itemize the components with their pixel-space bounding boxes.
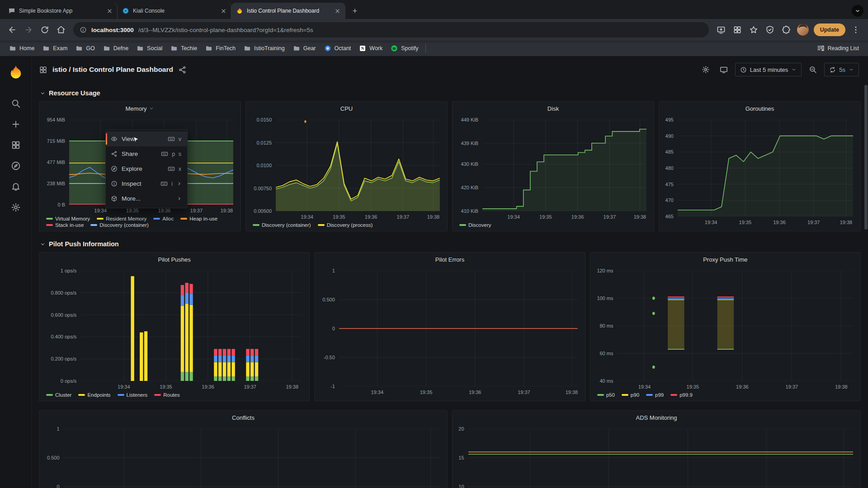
zoom-out-time-icon[interactable] (806, 63, 820, 76)
panel-title-proxy-push-time[interactable]: Proxy Push Time (590, 253, 860, 266)
forward-button[interactable] (21, 22, 36, 38)
site-info-icon[interactable] (80, 26, 87, 33)
cpu-chart[interactable]: 0.01500.01250.01000.007500.0050019:3419:… (250, 116, 443, 221)
context-menu-item-explore[interactable]: Explorex (106, 161, 187, 176)
pilot-errors-chart[interactable]: 10.5000-0.50-119:3419:3519:3619:3719:38 (318, 267, 581, 396)
address-bar[interactable]: localhost:3000/d/3--MLVZZk/istio-control… (73, 22, 709, 38)
conflicts-chart[interactable]: 10.5000-0.50-119:3419:3519:3619:3719:38 (43, 425, 443, 488)
section-pilot-push-information[interactable]: Pilot Push Information (40, 240, 861, 248)
pilot-pushes-chart[interactable]: 1 ops/s0.800 ops/s0.600 ops/s0.400 ops/s… (43, 267, 306, 391)
context-menu-item-more[interactable]: More... (106, 191, 187, 206)
bookmark-octant[interactable]: Octant (321, 43, 355, 54)
dashboard-title[interactable]: istio / Istio Control Plane Dashboard (52, 66, 173, 74)
profile-avatar[interactable] (797, 23, 809, 36)
goroutines-chart[interactable]: 49549048548047547046519:3419:3519:3619:3… (663, 116, 857, 226)
legend-item[interactable]: p90 (622, 392, 639, 398)
y-axis-label: 0.500 (322, 297, 335, 302)
legend-item[interactable]: Discovery (process) (318, 222, 373, 228)
sidebar-explore-icon[interactable] (5, 155, 26, 176)
legend-item[interactable]: Discovery (459, 222, 491, 228)
browser-update-button[interactable]: Update (814, 23, 845, 36)
legend-item[interactable]: Routes (154, 392, 179, 398)
bookmark-gear[interactable]: Gear (289, 43, 320, 54)
y-axis-label: 10 (458, 484, 464, 488)
legend-item[interactable]: Heap in-use (180, 216, 217, 221)
tab-search-button[interactable] (852, 5, 863, 17)
sidebar-configuration-icon[interactable] (5, 197, 26, 218)
x-axis-label: 19:34 (94, 208, 107, 213)
legend-item[interactable]: Discovery (container) (90, 222, 149, 228)
reload-button[interactable] (37, 22, 52, 38)
back-button[interactable] (5, 22, 20, 38)
legend-item[interactable]: Alloc (153, 216, 174, 221)
panel-title-text: Memory (126, 105, 147, 112)
panel-title-ads-monitoring[interactable]: ADS Monitoring (453, 411, 860, 424)
disk-chart[interactable]: 449 KiB439 KiB430 KiB420 KiB410 KiB19:34… (456, 116, 650, 221)
dashboard-grid-icon[interactable] (39, 66, 47, 74)
panel-title-disk[interactable]: Disk (453, 102, 654, 115)
bookmark-defne[interactable]: Defne (99, 43, 132, 54)
extensions-puzzle-icon[interactable] (778, 22, 794, 38)
bookmark-techie[interactable]: Techie (167, 43, 201, 54)
context-menu-item-inspect[interactable]: Inspecti (106, 176, 187, 191)
cast-icon[interactable] (713, 22, 729, 38)
bookmark-go[interactable]: GO (72, 43, 98, 54)
legend-item[interactable]: Discovery (container) (253, 222, 311, 228)
sidebar-search-icon[interactable] (5, 93, 26, 114)
browser-menu-icon[interactable] (848, 22, 863, 38)
close-tab-icon[interactable] (220, 8, 227, 14)
cycle-view-mode-icon[interactable] (717, 63, 731, 76)
context-menu-item-share[interactable]: Sharep s (106, 146, 187, 161)
section-resource-usage[interactable]: Resource Usage (40, 89, 861, 97)
panel-title-pilot-pushes[interactable]: Pilot Pushes (39, 253, 309, 266)
panel-title-conflicts[interactable]: Conflicts (39, 411, 447, 424)
tab-istio-dashboard[interactable]: Istio Control Plane Dashboard (231, 3, 345, 19)
home-button[interactable] (53, 22, 69, 38)
legend-item[interactable]: Stack in-use (46, 222, 84, 228)
x-axis-label: 19:35 (333, 214, 345, 220)
tab-simple-bookstore-app[interactable]: Simple Bookstore App (4, 3, 118, 19)
reading-list-button[interactable]: Reading List (813, 42, 863, 54)
legend-item[interactable]: Resident Memory (97, 216, 146, 221)
share-dashboard-icon[interactable] (178, 66, 187, 74)
bookmark-fintech[interactable]: FinTech (202, 43, 239, 54)
scrollbar[interactable] (864, 85, 868, 486)
bookmark-work[interactable]: NWork (355, 43, 386, 54)
tab-kiali-console[interactable]: Kiali Console (118, 3, 231, 19)
apps-grid-icon[interactable] (730, 22, 745, 38)
shield-icon[interactable] (762, 22, 778, 38)
sidebar-alerting-icon[interactable] (5, 176, 26, 197)
bookmark-star-icon[interactable] (746, 22, 761, 38)
panel-title-pilot-errors[interactable]: Pilot Errors (315, 253, 585, 266)
legend-item[interactable]: Cluster (46, 392, 71, 398)
legend-item[interactable]: p50 (597, 392, 615, 398)
scrollbar-thumb[interactable] (864, 85, 868, 230)
legend-item[interactable]: Virtual Memory (46, 216, 90, 221)
context-menu-item-view[interactable]: Viewv (106, 131, 187, 146)
panel-title-goroutines[interactable]: Goroutines (659, 102, 860, 115)
legend-item[interactable]: p99.9 (670, 392, 693, 398)
bookmark-home[interactable]: Home (5, 43, 38, 54)
ads-monitoring-chart[interactable]: 2015105019:3419:3519:3619:3719:38 (456, 425, 857, 488)
bookmark-social[interactable]: Social (133, 43, 166, 54)
y-axis-label: 100 ms (597, 296, 613, 301)
bookmark-exam[interactable]: Exam (39, 43, 71, 54)
proxy-push-time-chart[interactable]: 120 ms100 ms80 ms60 ms40 ms19:3419:3519:… (594, 267, 857, 391)
new-tab-button[interactable] (348, 4, 362, 18)
bookmark-spotify[interactable]: Spotify (387, 43, 422, 54)
refresh-picker[interactable]: 5s (824, 63, 859, 76)
dashboard-settings-icon[interactable] (699, 63, 712, 76)
panel-title-cpu[interactable]: CPU (246, 102, 447, 115)
bookmark-istiotraining[interactable]: IstioTraining (240, 43, 288, 54)
legend-item[interactable]: Listeners (118, 392, 148, 398)
sidebar-dashboards-icon[interactable] (5, 135, 26, 155)
panel-title-memory[interactable]: Memory (39, 102, 241, 115)
legend-swatch (46, 218, 53, 220)
close-tab-icon[interactable] (334, 8, 341, 14)
close-tab-icon[interactable] (106, 8, 113, 14)
grafana-logo[interactable] (8, 64, 24, 80)
legend-item[interactable]: Endpoints (78, 392, 110, 398)
time-range-picker[interactable]: Last 5 minutes (735, 63, 802, 76)
sidebar-create-icon[interactable] (5, 114, 26, 135)
legend-item[interactable]: p99 (646, 392, 664, 398)
